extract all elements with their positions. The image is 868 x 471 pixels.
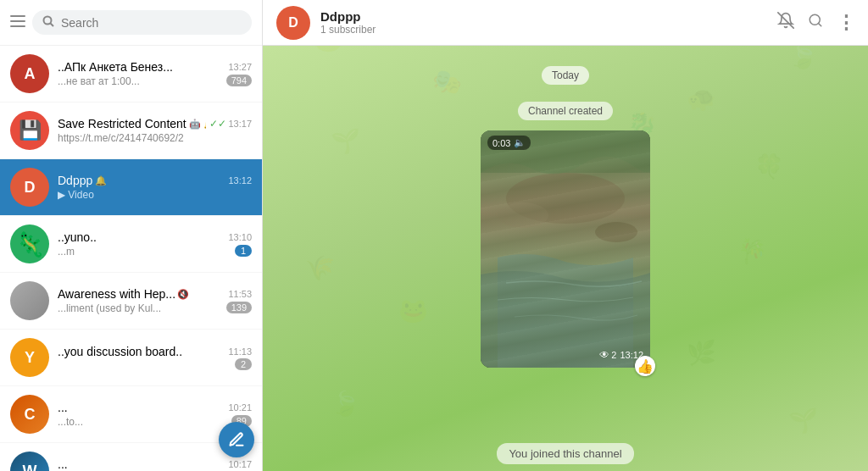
badge: 2 (235, 358, 252, 370)
svg-point-10 (498, 202, 548, 228)
svg-line-4 (51, 24, 54, 27)
list-item[interactable]: Awareness with Hep... 🔇 11:53 ...liment … (0, 273, 262, 330)
video-thumbnail (481, 130, 650, 368)
list-item[interactable]: 💾 Save Restricted Content 🤖 🔔 ✓✓ 13:17 h… (0, 103, 262, 159)
channel-avatar: D (276, 6, 310, 40)
badge: 794 (226, 75, 252, 86)
chat-time: 13:12 (228, 175, 252, 186)
chat-name: ..you discussion board.. (58, 345, 182, 358)
chat-preview: ...to... (58, 416, 83, 428)
joined-badge: You joined this channel (497, 443, 633, 464)
chat-main: 🐸 🎭 🌿 🐢 🍃 🌱 🐊 🍀 🌾 🐸 🎋 🌿 🍃 🌱 🐉 🌲 D Ddppp … (263, 0, 868, 471)
chat-preview: ...не ват ат 1:00... (58, 75, 140, 87)
chat-name: Ddppp 🔔 (58, 174, 107, 187)
chat-time: 10:21 (228, 402, 252, 413)
svg-rect-0 (10, 15, 25, 17)
list-item[interactable]: 🦎 ..yuno.. 13:10 ...m 1 (0, 216, 262, 273)
chat-content: Ddppp 🔔 13:12 ▶ Video (58, 174, 252, 201)
messages-area: Today Channel created (263, 46, 868, 436)
chat-time: 11:13 (228, 346, 252, 357)
channel-subscriber-count: 1 subscriber (320, 24, 767, 36)
svg-rect-1 (10, 20, 25, 22)
badge: 139 (226, 302, 252, 313)
chat-time: 13:10 (228, 232, 252, 242)
avatar: C (10, 395, 49, 434)
views-count: 👁 2 (599, 349, 616, 361)
search-input[interactable] (61, 16, 242, 30)
video-meta: 👁 2 13:12 (599, 349, 643, 361)
video-time: 13:12 (620, 350, 643, 360)
avatar: А (10, 54, 49, 93)
chat-name: Awareness with Hep... 🔇 (58, 287, 189, 301)
hamburger-icon[interactable] (10, 14, 25, 31)
date-divider: Today (276, 66, 854, 85)
sidebar: А ..АПк Анкета Бенез... 13:27 ...не ват … (0, 0, 263, 471)
chat-content: ..yuno.. 13:10 ...m 1 (58, 230, 252, 258)
chat-time: 11:53 (228, 289, 252, 299)
avatar: 🦎 (10, 224, 49, 263)
svg-rect-8 (481, 130, 650, 368)
avatar (10, 281, 49, 320)
chat-content: ... 10:21 ...to... 89 (58, 401, 252, 428)
chat-preview: ...liment (used by Kul... (58, 302, 161, 314)
header-actions: ⋮ (777, 12, 854, 34)
chat-header-bar: D Ddppp 1 subscriber ⋮ (263, 0, 868, 46)
search-icon[interactable] (808, 13, 823, 32)
svg-line-5 (778, 13, 793, 28)
svg-line-7 (818, 23, 821, 25)
mute-icon[interactable] (777, 12, 794, 33)
chat-name: ..АПк Анкета Бенез... (58, 60, 173, 74)
duration-text: 0:03 (492, 138, 510, 148)
svg-point-9 (506, 173, 625, 224)
chat-preview: ▶ Video (58, 189, 94, 201)
channel-created-badge: Channel created (518, 102, 613, 120)
list-item[interactable]: Y ..you discussion board.. 11:13 2 (0, 330, 262, 386)
chat-content: ..АПк Анкета Бенез... 13:27 ...не ват ат… (58, 60, 252, 87)
svg-rect-2 (10, 25, 25, 27)
chat-time: ✓✓ 13:17 (209, 118, 252, 130)
chat-content: ... 10:17 .../ m... 18 (58, 457, 252, 471)
video-container[interactable]: 0:03 🔈 👁 2 13:12 (481, 130, 650, 368)
chat-content: Awareness with Hep... 🔇 11:53 ...liment … (58, 287, 252, 314)
badge: 1 (235, 245, 252, 257)
chat-name: ... (58, 401, 68, 414)
avatar: W (10, 452, 49, 471)
chat-content: Save Restricted Content 🤖 🔔 ✓✓ 13:17 htt… (58, 117, 252, 144)
chat-preview: https://t.me/c/2414740692/2 (58, 132, 184, 144)
avatar-letter: D (288, 15, 298, 30)
joined-channel-notice: You joined this channel (263, 443, 868, 471)
video-message[interactable]: 0:03 🔈 👁 2 13:12 👍 (481, 130, 650, 368)
channel-name: Ddppp (320, 9, 767, 24)
sidebar-header (0, 0, 262, 46)
more-options-icon[interactable]: ⋮ (837, 12, 854, 34)
avatar: 💾 (10, 111, 49, 150)
compose-button[interactable] (219, 422, 254, 457)
system-message: Channel created (276, 102, 854, 120)
chat-time: 13:27 (228, 62, 252, 72)
chat-content: ..you discussion board.. 11:13 2 (58, 345, 252, 370)
video-duration: 0:03 🔈 (487, 136, 531, 150)
chat-list: А ..АПк Анкета Бенез... 13:27 ...не ват … (0, 46, 262, 471)
sound-icon: 🔈 (514, 137, 526, 148)
avatar: Y (10, 338, 49, 377)
list-item[interactable]: D Ddppp 🔔 13:12 ▶ Video (0, 159, 262, 216)
list-item[interactable]: А ..АПк Анкета Бенез... 13:27 ...не ват … (0, 46, 262, 103)
chat-name: ..yuno.. (58, 230, 97, 244)
svg-point-11 (595, 222, 637, 242)
search-bar[interactable] (32, 10, 252, 35)
chat-name: Save Restricted Content 🤖 🔔 (58, 117, 206, 130)
channel-info: Ddppp 1 subscriber (320, 9, 767, 36)
chat-name: ... (58, 457, 68, 471)
date-badge: Today (542, 66, 589, 85)
svg-point-3 (44, 17, 52, 25)
search-icon (42, 15, 54, 30)
chat-time: 10:17 (228, 459, 252, 469)
avatar: D (10, 168, 49, 207)
chat-preview: ...m (58, 246, 75, 258)
